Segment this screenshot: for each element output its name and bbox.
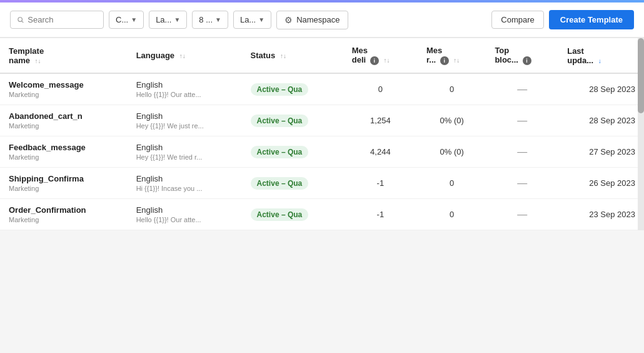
cell-status: Active – Qua — [242, 73, 343, 105]
filter4-dropdown[interactable]: La... ▼ — [233, 11, 271, 29]
col-header-template-name: Templatename ↑↓ — [0, 38, 128, 73]
cell-template-name: Order_Confirmation Marketing — [0, 199, 128, 230]
filter2-dropdown[interactable]: La... ▼ — [149, 11, 187, 29]
cell-language: English Hey {{1}}! We just re... — [128, 105, 242, 136]
cell-status: Active – Qua — [242, 168, 343, 199]
status-badge: Active – Qua — [251, 177, 309, 190]
cell-top-bloc: — — [486, 105, 558, 136]
namespace-button[interactable]: ⚙ Namespace — [276, 11, 348, 29]
cell-top-bloc: — — [486, 136, 558, 168]
status-badge: Active – Qua — [251, 208, 309, 221]
col-header-last-upda: Lastupda... ↓ — [558, 38, 644, 73]
cell-mes-r: 0 — [418, 199, 486, 230]
sort-icon[interactable]: ↑↓ — [179, 53, 186, 59]
info-icon[interactable]: i — [523, 56, 531, 65]
table-row[interactable]: Feedback_message Marketing English Hey {… — [0, 136, 644, 168]
cell-mes-deli: 4,244 — [343, 136, 418, 168]
cell-status: Active – Qua — [242, 105, 343, 136]
info-icon[interactable]: i — [370, 56, 379, 65]
col-header-top-bloc: Topbloc... i — [486, 38, 558, 73]
table-body: Welcome_message Marketing English Hello … — [0, 73, 644, 230]
cell-template-name: Feedback_message Marketing — [0, 136, 128, 168]
cell-top-bloc: — — [486, 168, 558, 199]
main-content: Templatename ↑↓ Language ↑↓ Status ↑↓ Me… — [0, 38, 644, 230]
table-row[interactable]: Welcome_message Marketing English Hello … — [0, 73, 644, 105]
sort-icon-active[interactable]: ↓ — [598, 58, 601, 64]
cell-language: English Hello {{1}}! Our atte... — [128, 199, 242, 230]
cell-last-upda: 27 Sep 2023 — [558, 136, 644, 168]
filter3-dropdown[interactable]: 8 ... ▼ — [192, 11, 228, 29]
sort-icon[interactable]: ↑↓ — [383, 57, 390, 64]
cell-mes-r: 0% (0) — [418, 136, 486, 168]
search-input[interactable] — [28, 15, 97, 24]
cell-last-upda: 28 Sep 2023 — [558, 73, 644, 105]
cell-mes-deli: 1,254 — [343, 105, 418, 136]
cell-top-bloc: — — [486, 199, 558, 230]
chevron-down-icon: ▼ — [131, 16, 137, 23]
filter1-dropdown[interactable]: C... ▼ — [109, 11, 144, 29]
col-header-mes-r: Mesr... i ↑↓ — [418, 38, 486, 73]
cell-language: English Hello {{1}}! Our atte... — [128, 73, 242, 105]
scroll-track — [638, 38, 644, 230]
chevron-down-icon: ▼ — [258, 16, 264, 23]
cell-mes-r: 0% (0) — [418, 105, 486, 136]
cell-last-upda: 23 Sep 2023 — [558, 199, 644, 230]
status-badge: Active – Qua — [251, 83, 309, 96]
table-row[interactable]: Order_Confirmation Marketing English Hel… — [0, 199, 644, 230]
svg-point-0 — [18, 18, 23, 22]
chevron-down-icon: ▼ — [215, 16, 221, 23]
create-template-button[interactable]: Create Template — [549, 10, 634, 29]
cell-language: English Hey {{1}}! We tried r... — [128, 136, 242, 168]
cell-template-name: Shipping_Confirma Marketing — [0, 168, 128, 199]
svg-line-1 — [22, 21, 24, 23]
sort-icon[interactable]: ↑↓ — [453, 57, 460, 64]
search-icon — [17, 16, 24, 24]
scroll-thumb[interactable] — [638, 38, 644, 113]
sort-icon[interactable]: ↑↓ — [35, 58, 41, 64]
table-header-row: Templatename ↑↓ Language ↑↓ Status ↑↓ Me… — [0, 38, 644, 73]
templates-table: Templatename ↑↓ Language ↑↓ Status ↑↓ Me… — [0, 38, 644, 230]
cell-top-bloc: — — [486, 73, 558, 105]
cell-status: Active – Qua — [242, 136, 343, 168]
cell-language: English Hi {{1}}! Incase you ... — [128, 168, 242, 199]
cell-mes-deli: -1 — [343, 199, 418, 230]
table-wrapper: Templatename ↑↓ Language ↑↓ Status ↑↓ Me… — [0, 38, 644, 230]
cell-template-name: Abandoned_cart_n Marketing — [0, 105, 128, 136]
cell-status: Active – Qua — [242, 199, 343, 230]
info-icon[interactable]: i — [440, 56, 449, 65]
gear-icon: ⚙ — [284, 15, 293, 25]
toolbar: C... ▼ La... ▼ 8 ... ▼ La... ▼ ⚙ Namespa… — [0, 3, 644, 38]
cell-mes-r: 0 — [418, 73, 486, 105]
cell-last-upda: 28 Sep 2023 — [558, 105, 644, 136]
status-badge: Active – Qua — [251, 115, 309, 127]
cell-mes-deli: 0 — [343, 73, 418, 105]
cell-mes-deli: -1 — [343, 168, 418, 199]
col-header-status: Status ↑↓ — [242, 38, 343, 73]
table-row[interactable]: Shipping_Confirma Marketing English Hi {… — [0, 168, 644, 199]
cell-last-upda: 26 Sep 2023 — [558, 168, 644, 199]
col-header-language: Language ↑↓ — [128, 38, 242, 73]
search-box[interactable] — [10, 11, 104, 29]
cell-template-name: Welcome_message Marketing — [0, 73, 128, 105]
col-header-mes-deli: Mesdeli i ↑↓ — [343, 38, 418, 73]
sort-icon[interactable]: ↑↓ — [280, 53, 286, 59]
compare-button[interactable]: Compare — [491, 11, 543, 29]
status-badge: Active – Qua — [251, 146, 309, 158]
table-row[interactable]: Abandoned_cart_n Marketing English Hey {… — [0, 105, 644, 136]
chevron-down-icon: ▼ — [174, 16, 180, 23]
cell-mes-r: 0 — [418, 168, 486, 199]
